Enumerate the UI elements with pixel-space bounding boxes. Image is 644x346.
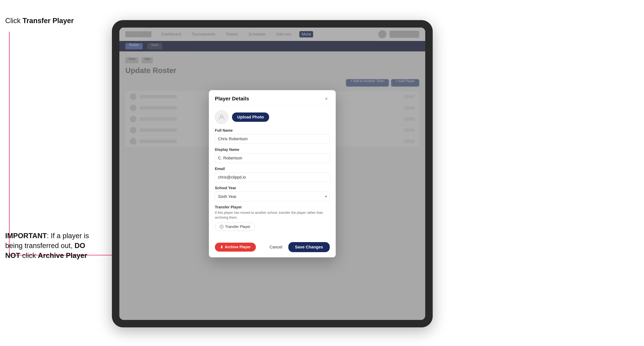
- transfer-icon: [220, 225, 224, 229]
- email-group: Email: [215, 167, 330, 182]
- modal-body: Upload Photo Full Name Display Name: [209, 106, 336, 239]
- display-name-label: Display Name: [215, 148, 330, 152]
- player-details-modal: Player Details × Upload Photo: [209, 90, 336, 257]
- school-year-label: School Year: [215, 186, 330, 190]
- transfer-description: If this player has moved to another scho…: [215, 210, 330, 220]
- archive-player-button[interactable]: ⬇ Archive Player: [215, 243, 256, 252]
- save-changes-button[interactable]: Save Changes: [288, 242, 330, 252]
- archive-icon: ⬇: [220, 245, 223, 249]
- email-input[interactable]: [215, 173, 330, 182]
- instruction-top-bold: Transfer Player: [22, 17, 74, 24]
- display-name-input[interactable]: [215, 153, 330, 163]
- instruction-top: Click Transfer Player: [5, 17, 74, 25]
- transfer-player-button[interactable]: Transfer Player: [215, 222, 255, 231]
- transfer-player-btn-label: Transfer Player: [225, 225, 250, 229]
- photo-upload-row: Upload Photo: [215, 110, 330, 124]
- full-name-input[interactable]: [215, 134, 330, 144]
- display-name-group: Display Name: [215, 148, 330, 163]
- instruction-important: IMPORTANT: If a player is: [5, 232, 89, 240]
- email-label: Email: [215, 167, 330, 171]
- instruction-top-prefix: Click: [5, 17, 22, 24]
- player-photo-circle: [215, 110, 228, 124]
- footer-right-actions: Cancel Save Changes: [265, 242, 330, 252]
- school-year-group: School Year First Year Second Year Third…: [215, 186, 330, 201]
- school-year-select-wrapper: First Year Second Year Third Year Fourth…: [215, 192, 330, 201]
- cancel-button[interactable]: Cancel: [265, 242, 287, 252]
- user-icon: [218, 114, 225, 121]
- modal-close-button[interactable]: ×: [323, 95, 330, 102]
- modal-overlay[interactable]: Player Details × Upload Photo: [119, 27, 425, 320]
- full-name-label: Full Name: [215, 128, 330, 133]
- tablet-device: Dashboard Tournaments Teams Schedule Add…: [112, 20, 433, 327]
- archive-player-label: Archive Player: [225, 245, 251, 249]
- modal-header: Player Details ×: [209, 90, 336, 106]
- school-year-select[interactable]: First Year Second Year Third Year Fourth…: [215, 192, 330, 201]
- transfer-player-section: Transfer Player If this player has moved…: [215, 205, 330, 231]
- instruction-bottom: IMPORTANT: If a player is being transfer…: [5, 231, 89, 261]
- instruction-line2: being transferred out, DO: [5, 242, 85, 250]
- modal-title: Player Details: [215, 96, 249, 102]
- full-name-group: Full Name: [215, 128, 330, 144]
- transfer-section-title: Transfer Player: [215, 205, 330, 209]
- instruction-line3: NOT click Archive Player: [5, 252, 87, 259]
- modal-footer: ⬇ Archive Player Cancel Save Changes: [209, 239, 336, 257]
- tablet-screen: Dashboard Tournaments Teams Schedule Add…: [119, 27, 425, 320]
- upload-photo-button[interactable]: Upload Photo: [232, 113, 269, 122]
